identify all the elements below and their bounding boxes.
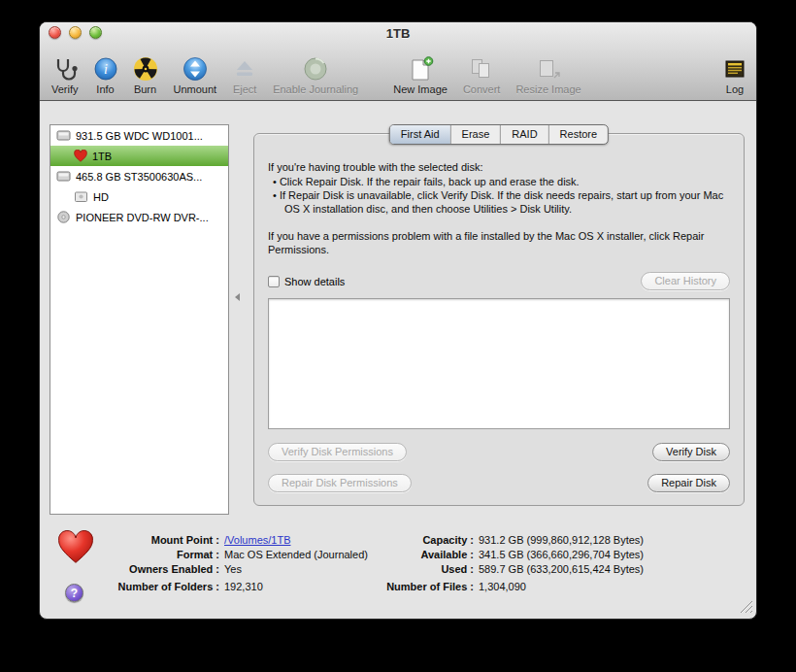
- tab-restore[interactable]: Restore: [548, 125, 609, 144]
- journaling-icon: [303, 55, 328, 83]
- volume-heart-icon-large: [57, 530, 94, 566]
- titlebar[interactable]: 1TB: [40, 22, 756, 44]
- resize-image-toolbar-button[interactable]: Resize Image: [515, 55, 580, 95]
- verify-row: Verify Disk Permissions Verify Disk: [268, 443, 730, 461]
- disk-list-item-pioneer[interactable]: PIONEER DVD-RW DVR-...: [50, 207, 228, 227]
- info-icon: i: [94, 55, 117, 83]
- history-output-area[interactable]: [268, 298, 730, 429]
- svg-text:i: i: [104, 62, 108, 77]
- disk-list-item-1tb[interactable]: 1TB: [50, 146, 228, 166]
- info-label: Owners Enabled :: [113, 562, 219, 577]
- help-button[interactable]: ?: [65, 584, 83, 602]
- toolbar-label: Resize Image: [515, 84, 580, 95]
- convert-toolbar-button[interactable]: Convert: [463, 55, 501, 95]
- window-header: 1TB Verify i Info Burn: [40, 22, 756, 101]
- verify-toolbar-button[interactable]: Verify: [51, 55, 79, 95]
- enable-journaling-toolbar-button[interactable]: Enable Journaling: [273, 55, 358, 95]
- disk-list: 931.5 GB WDC WD1001... 1TB 465.8 GB ST35…: [50, 124, 229, 515]
- volume-info-bar: Mount Point : /Volumes/1TB Format : Mac …: [40, 523, 756, 619]
- info-row: Format : Mac OS Extended (Journaled): [113, 548, 368, 562]
- eject-icon: [232, 55, 257, 83]
- toolbar-label: Unmount: [174, 84, 217, 95]
- disk-utility-window: 1TB Verify i Info Burn: [39, 21, 757, 620]
- toolbar: Verify i Info Burn Unmount: [40, 44, 756, 100]
- unmount-icon: [182, 55, 208, 83]
- disk-label: PIONEER DVD-RW DVR-...: [76, 212, 209, 223]
- disk-label: 465.8 GB ST3500630AS...: [76, 171, 202, 183]
- disk-label: 1TB: [92, 151, 112, 162]
- convert-icon: [469, 55, 494, 83]
- splitter-handle[interactable]: [235, 293, 240, 301]
- burn-icon: [133, 55, 158, 83]
- volume-icon: [74, 190, 88, 203]
- info-value: 931.2 GB (999,860,912,128 Bytes): [479, 533, 644, 548]
- info-label: Number of Files :: [381, 580, 474, 594]
- main-pane-area: First Aid Erase RAID Restore If you're h…: [253, 124, 745, 523]
- first-aid-bullets: • Click Repair Disk. If the repair fails…: [273, 175, 730, 216]
- info-value: 341.5 GB (366,660,296,704 Bytes): [479, 548, 644, 562]
- toolbar-label: New Image: [393, 84, 448, 95]
- info-row: Number of Files : 1,304,090: [381, 580, 644, 594]
- volume-info-right: Capacity : 931.2 GB (999,860,912,128 Byt…: [381, 533, 644, 594]
- clear-history-button[interactable]: Clear History: [641, 272, 730, 290]
- window-content: 931.5 GB WDC WD1001... 1TB 465.8 GB ST35…: [40, 101, 756, 523]
- new-image-icon: [408, 55, 434, 83]
- permissions-note: If you have a permissions problem with a…: [268, 229, 730, 256]
- resize-grip[interactable]: [740, 600, 753, 616]
- log-icon: [723, 55, 746, 83]
- tab-erase[interactable]: Erase: [450, 125, 501, 144]
- zoom-button[interactable]: [89, 26, 102, 39]
- disk-list-item-st350[interactable]: 465.8 GB ST3500630AS...: [50, 166, 228, 186]
- optical-drive-icon: [56, 211, 71, 223]
- burn-toolbar-button[interactable]: Burn: [133, 55, 158, 95]
- show-details-checkbox[interactable]: [268, 276, 280, 287]
- toolbar-label: Convert: [463, 84, 501, 95]
- info-row: Available : 341.5 GB (366,660,296,704 By…: [381, 548, 644, 562]
- first-aid-intro: If you're having trouble with the select…: [268, 160, 730, 174]
- toolbar-label: Burn: [134, 84, 156, 95]
- verify-disk-button[interactable]: Verify Disk: [652, 443, 730, 461]
- eject-toolbar-button[interactable]: Eject: [232, 55, 257, 95]
- info-value: 1,304,090: [479, 580, 526, 594]
- window-title: 1TB: [40, 26, 756, 41]
- toolbar-label: Log: [726, 84, 744, 95]
- info-value: 192,310: [224, 580, 263, 594]
- mount-point-link[interactable]: /Volumes/1TB: [224, 533, 290, 548]
- first-aid-pane: First Aid Erase RAID Restore If you're h…: [253, 133, 745, 506]
- disk-list-item-hd[interactable]: HD: [50, 186, 228, 207]
- repair-disk-permissions-button[interactable]: Repair Disk Permissions: [268, 474, 412, 492]
- toolbar-label: Info: [96, 84, 114, 95]
- info-label: Available :: [381, 548, 474, 562]
- info-value: Mac OS Extended (Journaled): [224, 548, 368, 562]
- info-label: Capacity :: [381, 533, 474, 548]
- log-toolbar-button[interactable]: Log: [723, 55, 746, 95]
- verify-disk-permissions-button[interactable]: Verify Disk Permissions: [268, 443, 407, 461]
- new-image-toolbar-button[interactable]: New Image: [393, 55, 448, 95]
- stethoscope-icon: [52, 55, 78, 83]
- info-row: Owners Enabled : Yes: [113, 562, 368, 577]
- repair-disk-button[interactable]: Repair Disk: [647, 474, 730, 492]
- traffic-lights: [49, 26, 102, 39]
- info-row: Number of Folders : 192,310: [113, 580, 368, 594]
- disk-list-item-wdc[interactable]: 931.5 GB WDC WD1001...: [50, 125, 228, 146]
- info-row: Mount Point : /Volumes/1TB: [113, 533, 368, 548]
- minimize-button[interactable]: [69, 26, 82, 39]
- bullet-repair-disk: • Click Repair Disk. If the repair fails…: [273, 175, 730, 188]
- info-toolbar-button[interactable]: i Info: [94, 55, 117, 95]
- info-row: Capacity : 931.2 GB (999,860,912,128 Byt…: [381, 533, 644, 548]
- tab-raid[interactable]: RAID: [500, 125, 547, 144]
- disk-label: 931.5 GB WDC WD1001...: [76, 130, 203, 142]
- hard-disk-icon: [56, 170, 71, 183]
- tab-first-aid[interactable]: First Aid: [390, 125, 450, 144]
- info-label: Number of Folders :: [113, 580, 219, 594]
- heart-volume-icon: [74, 150, 87, 162]
- tab-bar: First Aid Erase RAID Restore: [389, 124, 609, 145]
- toolbar-label: Enable Journaling: [273, 84, 358, 95]
- show-details-label: Show details: [284, 276, 345, 287]
- bullet-verify-disk: • If Repair Disk is unavailable, click V…: [273, 188, 730, 216]
- unmount-toolbar-button[interactable]: Unmount: [174, 55, 217, 95]
- info-row: Used : 589.7 GB (633,200,615,424 Bytes): [381, 562, 644, 577]
- info-value: 589.7 GB (633,200,615,424 Bytes): [479, 562, 644, 577]
- details-row: Show details Clear History: [268, 272, 730, 290]
- close-button[interactable]: [49, 26, 61, 39]
